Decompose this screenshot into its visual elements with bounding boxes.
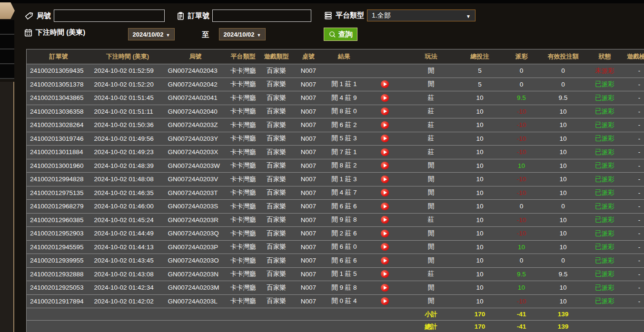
cell-platform: 卡卡灣廳 bbox=[227, 186, 260, 200]
sidebar-selected-tab[interactable] bbox=[0, 2, 15, 19]
table-row: 2410020130282642024-10-02 01:50:36GN0072… bbox=[27, 118, 644, 132]
cell-order: 241002013036358 bbox=[27, 105, 91, 118]
cell-table: N007 bbox=[293, 159, 324, 173]
date-to-group: 2024/10/02 bbox=[219, 28, 266, 40]
play-video-icon[interactable] bbox=[381, 107, 389, 115]
play-video-icon[interactable] bbox=[381, 284, 389, 292]
clipboard-icon bbox=[176, 11, 185, 20]
cell-payout: -10 bbox=[503, 294, 541, 308]
cell-valid_bet: 10 bbox=[541, 281, 586, 295]
cell-valid_bet: 0 bbox=[541, 64, 586, 78]
cell-bet_type: 閒 bbox=[405, 186, 457, 200]
cell-payout: -10 bbox=[503, 132, 541, 146]
cell-label: 總計 bbox=[405, 321, 457, 332]
date-to-value: 2024/10/02 bbox=[224, 31, 255, 38]
cell-empty bbox=[27, 321, 405, 332]
cell-time: 2024-10-02 01:44:49 bbox=[91, 227, 165, 241]
cell-game: 百家樂 bbox=[260, 267, 293, 281]
cell-bet_type: 莊 bbox=[405, 267, 457, 281]
play-video-icon[interactable] bbox=[381, 135, 389, 142]
cell-bet_type: 閒 bbox=[405, 281, 457, 295]
cell-time: 2024-10-02 01:48:08 bbox=[91, 173, 165, 186]
cell-status: 已派彩 bbox=[586, 91, 624, 105]
play-video-icon[interactable] bbox=[381, 80, 389, 88]
cell-status: 已派彩 bbox=[586, 105, 624, 118]
platform-select[interactable]: 1.全部 bbox=[367, 10, 476, 21]
cell-play bbox=[365, 294, 405, 308]
cell-result: 閒 6 莊 6 bbox=[324, 254, 365, 268]
sidebar-item[interactable] bbox=[0, 20, 14, 35]
play-video-icon[interactable] bbox=[381, 148, 389, 156]
cell-total_bet: 10 bbox=[457, 173, 503, 186]
cell-result: 閒 0 莊 4 bbox=[324, 294, 365, 308]
col-header-result: 結果 bbox=[324, 49, 365, 64]
cell-check: - bbox=[624, 294, 644, 308]
table-row: 2410020129250532024-10-02 01:42:34GN0072… bbox=[27, 281, 644, 295]
col-header-status: 狀態 bbox=[586, 49, 624, 64]
cell-bet_type: 閒 bbox=[405, 254, 457, 268]
play-video-icon[interactable] bbox=[381, 216, 389, 224]
play-video-icon[interactable] bbox=[381, 189, 389, 196]
cell-bet_type: 閒 bbox=[405, 173, 457, 186]
play-video-icon[interactable] bbox=[381, 162, 389, 169]
play-video-icon[interactable] bbox=[381, 297, 389, 305]
cell-time: 2024-10-02 01:43:08 bbox=[91, 267, 165, 281]
cell-valid_bet: 10 bbox=[541, 173, 586, 186]
table-row: 2410020129399552024-10-02 01:43:45GN0072… bbox=[27, 254, 644, 268]
play-video-icon[interactable] bbox=[381, 257, 389, 264]
sidebar-rail bbox=[0, 82, 14, 332]
round-input[interactable] bbox=[54, 10, 165, 22]
play-video-icon[interactable] bbox=[381, 176, 389, 183]
cell-valid_bet: 0 bbox=[541, 200, 586, 214]
cell-check: - bbox=[624, 173, 644, 186]
cell-status: 已派彩 bbox=[586, 118, 624, 132]
cell-status: 已派彩 bbox=[586, 213, 624, 227]
cell-play bbox=[365, 105, 405, 118]
table-row: 2410020129682792024-10-02 01:46:00GN0072… bbox=[27, 200, 644, 214]
play-video-icon[interactable] bbox=[381, 270, 389, 278]
sidebar-item[interactable] bbox=[0, 64, 14, 79]
order-input[interactable] bbox=[212, 10, 311, 22]
cell-round: GN00724A0203P bbox=[165, 240, 227, 254]
play-video-icon[interactable] bbox=[381, 94, 389, 102]
play-video-icon[interactable] bbox=[381, 243, 389, 251]
query-button-label: 查詢 bbox=[338, 30, 353, 39]
play-video-icon[interactable] bbox=[381, 230, 389, 237]
cell-valid-bet: 139 bbox=[541, 321, 586, 332]
date-to-select[interactable]: 2024/10/02 bbox=[219, 28, 266, 40]
play-video-icon[interactable] bbox=[381, 203, 389, 210]
cell-play bbox=[365, 240, 405, 254]
cell-table: N007 bbox=[293, 173, 324, 186]
cell-time: 2024-10-02 01:45:24 bbox=[91, 213, 165, 227]
cell-round: GN00724A02041 bbox=[165, 91, 227, 105]
query-button[interactable]: 查詢 bbox=[324, 28, 357, 41]
cell-game: 百家樂 bbox=[260, 227, 293, 241]
subtotal-row: 小計170-41139 bbox=[27, 308, 644, 321]
cell-valid_bet: 10 bbox=[541, 159, 586, 173]
cell-result: 閒 8 莊 2 bbox=[324, 159, 365, 173]
cell-game: 百家樂 bbox=[260, 294, 293, 308]
cell-time: 2024-10-02 01:48:39 bbox=[91, 159, 165, 173]
cell-bet_type: 莊 bbox=[405, 118, 457, 132]
sidebar-item[interactable] bbox=[0, 49, 14, 64]
cell-result: 閒 6 莊 6 bbox=[324, 200, 365, 214]
col-header-platform: 平台類型 bbox=[227, 49, 260, 64]
cell-platform: 卡卡灣廳 bbox=[227, 173, 260, 186]
table-row: 2410020130594352024-10-02 01:52:59GN0072… bbox=[27, 64, 644, 78]
cell-result: 閒 6 莊 0 bbox=[324, 240, 365, 254]
cell-total_bet: 10 bbox=[457, 240, 503, 254]
cell-table: N007 bbox=[293, 132, 324, 146]
cell-platform: 卡卡灣廳 bbox=[227, 105, 260, 118]
sidebar-item[interactable] bbox=[0, 35, 14, 49]
play-video-icon[interactable] bbox=[381, 121, 389, 129]
cell-result: 閒 1 莊 3 bbox=[324, 173, 365, 186]
cell-check: - bbox=[624, 213, 644, 227]
cell-result: 閒 2 莊 6 bbox=[324, 227, 365, 241]
cell-result: 閒 1 莊 5 bbox=[324, 267, 365, 281]
col-header-valid_bet: 有效投注額 bbox=[541, 49, 586, 64]
cell-valid_bet: 10 bbox=[541, 294, 586, 308]
cell-order: 241002012952903 bbox=[27, 227, 91, 241]
date-from-select[interactable]: 2024/10/02 bbox=[128, 28, 175, 40]
cell-table: N007 bbox=[293, 91, 324, 105]
table-row: 2410020129529032024-10-02 01:44:49GN0072… bbox=[27, 227, 644, 241]
